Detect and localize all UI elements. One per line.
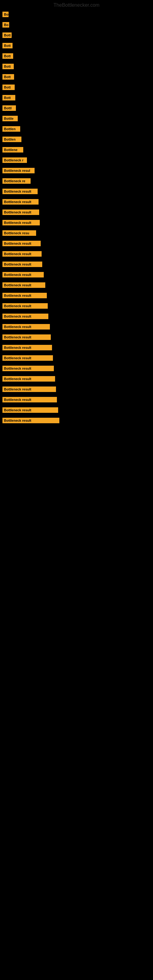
list-item: Bottleneck r [0,156,153,165]
bottleneck-badge: Bottlen [2,126,20,132]
list-item: Bottleneck result [0,249,153,258]
bottleneck-badge: Bottleneck result [2,387,56,392]
bottleneck-badge: Bottl [2,105,16,111]
list-item: Bottleneck resu [0,229,153,238]
bottleneck-badge: Bottleneck result [2,241,41,246]
bottleneck-badge: Bottleneck result [2,220,40,225]
list-item: Bottleneck result [0,197,153,207]
list-item: Bott [0,41,153,50]
bottleneck-badge: Bottleneck result [2,272,44,277]
bottleneck-badge: Bottleneck result [2,345,52,350]
bottleneck-badge: Bottleneck result [2,324,50,329]
list-item: Bottleneck re [0,177,153,186]
bottleneck-badge: Bottleneck result [2,282,45,288]
list-item: Bottl [0,103,153,113]
list-item: Bottleneck result [0,301,153,310]
bottleneck-badge: Bottleneck result [2,334,51,340]
list-item: Bott [0,51,153,60]
bottleneck-badge: Bottlene [2,147,23,153]
list-item: Bo [0,10,153,19]
bottleneck-badge: Bottleneck result [2,189,38,194]
list-item: Bott [0,62,153,71]
bottleneck-badge: Bottle [2,116,18,121]
bottleneck-badge: Bott [2,84,15,90]
bottleneck-badge: Bottleneck result [2,407,58,413]
list-item: Bottleneck result [0,332,153,342]
bottleneck-badge: Bottleneck resul [2,168,35,173]
bottleneck-badge: Bottleneck result [2,303,48,309]
list-item: Bottleneck result [0,374,153,383]
bottleneck-badge: Bottleneck r [2,158,27,163]
rows-container: BoBoBottBottBottBottBottBottBottBottlBot… [0,9,153,432]
bottleneck-badge: Bo [2,12,9,17]
list-item: Bottlene [0,145,153,154]
site-title: TheBottlenecker.com [0,0,153,9]
bottleneck-badge: Bottleneck result [2,313,48,319]
bottleneck-badge: Bo [2,22,9,27]
list-item: Bottleneck result [0,291,153,300]
list-item: Bottle [0,114,153,123]
list-item: Bottleneck result [0,239,153,248]
bottleneck-badge: Bottleneck re [2,178,30,184]
list-item: Bottleneck result [0,364,153,373]
list-item: Bottleneck result [0,312,153,321]
bottleneck-badge: Bott [2,53,13,59]
bottleneck-badge: Bottleneck result [2,261,42,267]
bottleneck-badge: Bott [2,32,12,38]
list-item: Bottleneck result [0,343,153,352]
bottleneck-badge: Bottleneck result [2,376,55,382]
bottleneck-badge: Bott [2,74,14,80]
list-item: Bottleneck result [0,218,153,227]
bottleneck-badge: Bott [2,64,14,69]
list-item: Bottleneck result [0,416,153,425]
list-item: Bo [0,20,153,29]
bottleneck-badge: Bottleneck result [2,397,57,402]
list-item: Bottleneck resul [0,166,153,175]
list-item: Bottleneck result [0,406,153,415]
list-item: Bottleneck result [0,270,153,279]
list-item: Bottleneck result [0,260,153,269]
bottleneck-badge: Bottleneck result [2,418,59,423]
bottleneck-badge: Bottleneck result [2,251,41,257]
list-item: Bottleneck result [0,280,153,290]
list-item: Bott [0,30,153,40]
list-item: Bottleneck result [0,385,153,394]
list-item: Bottleneck result [0,353,153,363]
list-item: Bott [0,93,153,102]
list-item: Bottlen [0,124,153,134]
bottleneck-badge: Bottleneck result [2,366,54,371]
list-item: Bott [0,72,153,81]
bottleneck-badge: Bottleneck result [2,199,38,205]
list-item: Bottleneck result [0,395,153,404]
list-item: Bottlen [0,135,153,144]
bottleneck-badge: Bottlen [2,137,21,142]
list-item: Bottleneck result [0,322,153,331]
bottleneck-badge: Bott [2,43,13,48]
bottleneck-badge: Bottleneck result [2,355,53,361]
list-item: Bottleneck result [0,187,153,196]
bottleneck-badge: Bottleneck resu [2,230,36,236]
bottleneck-badge: Bottleneck result [2,293,47,298]
list-item: Bottleneck result [0,208,153,217]
bottleneck-badge: Bottleneck result [2,210,39,215]
list-item: Bott [0,83,153,92]
bottleneck-badge: Bott [2,95,15,100]
